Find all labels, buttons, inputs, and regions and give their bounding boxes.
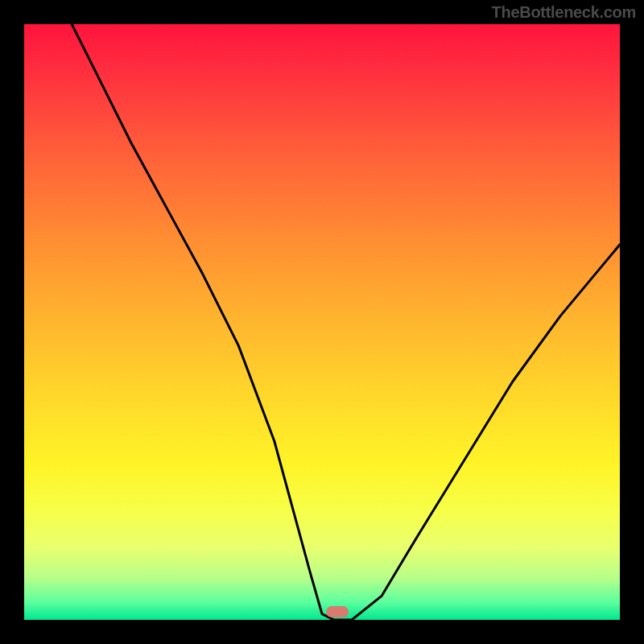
attribution-text: TheBottleneck.com <box>492 3 636 22</box>
optimal-marker <box>326 606 349 617</box>
plot-area <box>24 24 620 620</box>
bottleneck-curve <box>24 24 620 620</box>
chart-frame: TheBottleneck.com <box>0 0 644 644</box>
